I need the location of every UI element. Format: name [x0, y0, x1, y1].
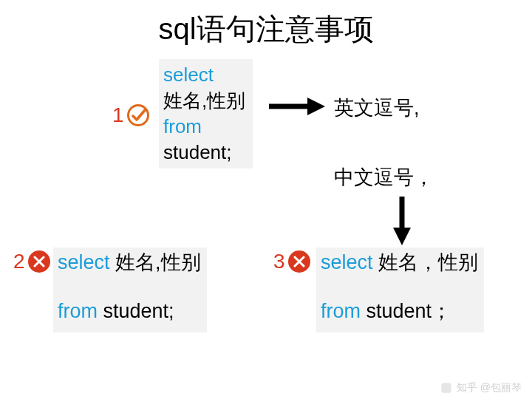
page-title: sql语句注意事项 — [0, 0, 532, 50]
marker-2-cross: 2 — [13, 250, 50, 273]
arrow-right-icon — [267, 96, 325, 117]
keyword-select: select — [163, 62, 245, 88]
keyword-from: from — [321, 300, 361, 322]
annotation-english-comma: 英文逗号, — [334, 95, 420, 121]
code-box-wrong-2: select 姓名,性别 from student; — [53, 248, 207, 332]
code-line: from student； — [321, 298, 478, 324]
svg-rect-4 — [441, 383, 451, 392]
table-text: student; — [163, 140, 245, 166]
keyword-from: from — [163, 114, 245, 140]
code-box-correct: select 姓名,性别 from student; — [159, 59, 253, 168]
watermark: 知乎 @包丽琴 — [440, 381, 522, 395]
columns-text: 姓名，性别 — [373, 251, 479, 273]
code-box-wrong-3: select 姓名，性别 from student； — [316, 248, 484, 332]
marker-number: 1 — [112, 103, 124, 127]
cross-icon — [28, 250, 50, 273]
zhihu-icon — [440, 382, 452, 394]
check-icon — [127, 104, 149, 126]
code-line: from student; — [58, 298, 201, 324]
marker-3-cross: 3 — [273, 250, 310, 273]
marker-1-check: 1 — [112, 103, 149, 127]
table-text: student; — [98, 300, 174, 322]
columns-text: 姓名,性别 — [163, 88, 245, 114]
keyword-select: select — [58, 251, 110, 273]
watermark-text: 知乎 @包丽琴 — [457, 381, 522, 395]
code-line: select 姓名,性别 — [58, 249, 201, 276]
svg-marker-1 — [307, 98, 325, 115]
keyword-from: from — [58, 300, 98, 322]
marker-number: 3 — [273, 250, 285, 273]
table-text: student； — [361, 300, 451, 322]
columns-text: 姓名,性别 — [110, 251, 201, 273]
marker-number: 2 — [13, 250, 25, 273]
code-line: select 姓名，性别 — [321, 249, 478, 276]
arrow-down-icon — [392, 195, 412, 245]
annotation-chinese-comma: 中文逗号， — [334, 164, 434, 191]
keyword-select: select — [321, 251, 373, 273]
svg-marker-3 — [393, 228, 411, 245]
cross-icon — [288, 250, 310, 273]
